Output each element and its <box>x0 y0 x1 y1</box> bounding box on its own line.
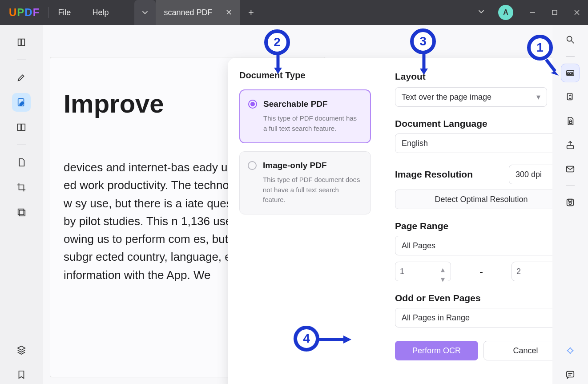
spinner-icon[interactable]: ▴▾ <box>441 265 448 278</box>
annotation-arrow-1 <box>544 58 561 81</box>
edit-tool-button[interactable] <box>12 93 31 112</box>
svg-rect-6 <box>22 124 25 131</box>
svg-rect-20 <box>568 199 572 202</box>
document-type-heading: Document Type <box>239 70 371 81</box>
odd-even-select[interactable]: All Pages in Range ▾ <box>395 308 552 327</box>
maximize-icon <box>552 9 558 16</box>
language-label: Document Language <box>395 118 552 129</box>
option-searchable-desc: This type of PDF document has a full tex… <box>263 113 362 133</box>
document-icon <box>16 158 26 167</box>
annotation-callout-2: 2 <box>264 29 290 55</box>
dropdown-button[interactable] <box>472 7 490 19</box>
pages-icon <box>16 122 26 132</box>
menu-help[interactable]: Help <box>92 8 109 17</box>
protect-button[interactable] <box>561 112 580 130</box>
svg-point-19 <box>569 202 572 205</box>
account-avatar[interactable]: A <box>498 5 513 20</box>
layers-icon <box>16 345 26 355</box>
minimize-icon <box>529 9 536 16</box>
annotation-arrow-3 <box>417 53 431 78</box>
ocr-icon: OCR <box>565 68 575 78</box>
page-range-to-value: 2 <box>516 267 521 276</box>
reader-mode-button[interactable] <box>12 33 31 52</box>
convert-button[interactable] <box>561 88 580 106</box>
annotation-arrow-4 <box>318 334 353 347</box>
page-range-to-input[interactable]: 2 ▴▾ <box>511 262 552 281</box>
crop-icon <box>16 182 26 192</box>
option-image-only-pdf[interactable]: Image-only PDF This type of PDF document… <box>239 151 371 214</box>
ai-button[interactable] <box>561 341 580 360</box>
chevron-down-icon: ▾ <box>536 92 540 102</box>
divider <box>17 145 26 145</box>
svg-point-10 <box>567 36 572 41</box>
perform-ocr-button[interactable]: Perform OCR <box>395 341 478 360</box>
comment-tool-button[interactable] <box>12 68 31 87</box>
svg-rect-8 <box>19 210 25 216</box>
tab-close-button[interactable]: ✕ <box>226 8 232 17</box>
cancel-button[interactable]: Cancel <box>483 341 552 360</box>
layout-select[interactable]: Text over the page image ▾ <box>395 87 547 107</box>
app-logo: UPDF <box>9 6 40 19</box>
search-button[interactable] <box>561 30 580 49</box>
highlighter-icon <box>16 73 26 82</box>
svg-rect-1 <box>552 10 557 15</box>
page-range-from-input[interactable]: 1 ▴▾ <box>395 262 451 281</box>
svg-marker-25 <box>551 71 559 76</box>
edit-page-icon <box>16 97 26 107</box>
resolution-select[interactable]: 300 dpi ▾ <box>509 165 552 184</box>
bookmark-icon <box>16 370 26 380</box>
language-select-value: English <box>402 139 428 148</box>
chevron-down-icon <box>476 7 486 16</box>
crop-tool-button[interactable] <box>12 178 31 197</box>
range-dash: - <box>456 265 506 278</box>
title-bar: UPDF File Help scanned PDF ✕ + A <box>0 0 588 25</box>
divider <box>566 56 575 57</box>
menu-file[interactable]: File <box>58 8 71 17</box>
svg-line-24 <box>546 60 555 71</box>
redact-tool-button[interactable] <box>12 203 31 222</box>
divider <box>48 7 49 18</box>
minimize-button[interactable] <box>521 0 544 25</box>
chevron-down-icon <box>140 8 150 17</box>
tab-list-trigger[interactable] <box>134 0 156 25</box>
option-searchable-title: Searchable PDF <box>263 99 328 109</box>
ocr-tool-button[interactable]: OCR <box>561 64 580 82</box>
lock-file-icon <box>565 116 575 126</box>
svg-marker-31 <box>343 335 351 344</box>
odd-even-label: Odd or Even Pages <box>395 293 552 303</box>
email-button[interactable] <box>561 160 580 178</box>
convert-icon <box>565 92 575 102</box>
option-searchable-pdf[interactable]: Searchable PDF This type of PDF document… <box>239 89 371 143</box>
bookmark-button[interactable] <box>12 365 31 384</box>
page-range-select[interactable]: All Pages ▾ <box>395 236 552 255</box>
organize-pages-button[interactable] <box>12 118 31 137</box>
svg-text:OCR: OCR <box>567 72 574 75</box>
resolution-select-value: 300 dpi <box>516 170 542 179</box>
document-tab[interactable]: scanned PDF ✕ <box>156 0 240 25</box>
save-other-button[interactable] <box>561 193 580 212</box>
divider <box>17 60 26 60</box>
close-window-button[interactable] <box>566 0 588 25</box>
sparkle-icon <box>565 346 575 356</box>
maximize-button[interactable] <box>544 0 566 25</box>
chat-button[interactable] <box>561 365 580 384</box>
layout-select-value: Text over the page image <box>402 93 491 102</box>
plus-icon: + <box>248 7 254 18</box>
layers-button[interactable] <box>12 340 31 359</box>
annotation-callout-1: 1 <box>527 35 553 61</box>
page-tools-button[interactable] <box>12 153 31 172</box>
new-tab-button[interactable]: + <box>240 0 262 25</box>
svg-rect-5 <box>18 124 21 131</box>
share-icon <box>565 140 575 150</box>
page-range-from-value: 1 <box>400 267 404 276</box>
workspace: Improve devices and internet-bas eady us… <box>0 25 588 384</box>
detect-resolution-button[interactable]: Detect Optimal Resolution <box>395 190 552 209</box>
share-button[interactable] <box>561 136 580 154</box>
titlebar-right: A <box>472 0 588 25</box>
odd-even-select-value: All Pages in Range <box>402 313 470 323</box>
divider <box>566 186 575 186</box>
chat-icon <box>565 370 575 380</box>
mail-icon <box>565 164 575 174</box>
language-select[interactable]: English ▾ <box>395 133 552 153</box>
radio-unselected-icon <box>248 161 257 170</box>
